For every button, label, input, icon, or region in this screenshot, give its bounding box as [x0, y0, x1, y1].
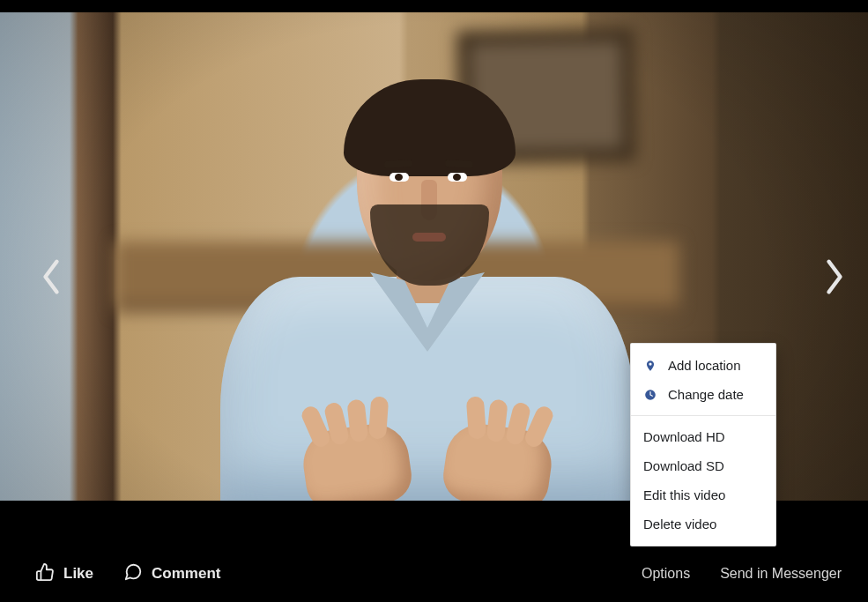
menu-item-label: Download HD [643, 429, 725, 444]
options-dropdown-menu: Add location Change date Download HD Dow… [630, 343, 776, 546]
action-bar: Like Comment Options Send in Messenger [0, 546, 868, 602]
chevron-right-icon [823, 257, 846, 300]
menu-item-label: Download SD [643, 458, 724, 473]
comment-label: Comment [152, 565, 220, 583]
menu-item-label: Delete video [643, 517, 716, 531]
menu-item-download-sd[interactable]: Download SD [631, 451, 775, 480]
menu-item-download-hd[interactable]: Download HD [631, 422, 775, 451]
like-label: Like [63, 565, 93, 583]
next-video-arrow[interactable] [813, 257, 856, 300]
video-viewer: Add location Change date Download HD Dow… [0, 0, 868, 602]
options-link[interactable]: Options [642, 566, 690, 582]
speech-bubble-icon [123, 562, 143, 586]
chevron-left-icon [40, 257, 63, 300]
comment-button[interactable]: Comment [123, 562, 220, 586]
menu-item-delete-video[interactable]: Delete video [631, 509, 775, 539]
menu-item-label: Add location [668, 358, 741, 373]
menu-item-label: Change date [668, 387, 744, 402]
menu-item-change-date[interactable]: Change date [631, 380, 775, 409]
thumbs-up-icon [35, 562, 55, 586]
menu-separator [631, 415, 775, 416]
send-in-messenger-link[interactable]: Send in Messenger [720, 566, 842, 582]
menu-item-add-location[interactable]: Add location [631, 351, 775, 380]
menu-item-label: Edit this video [643, 487, 725, 502]
like-button[interactable]: Like [35, 562, 93, 586]
menu-item-edit-video[interactable]: Edit this video [631, 480, 775, 509]
previous-video-arrow[interactable] [30, 257, 72, 300]
clock-icon [643, 388, 657, 402]
location-pin-icon [643, 359, 657, 373]
